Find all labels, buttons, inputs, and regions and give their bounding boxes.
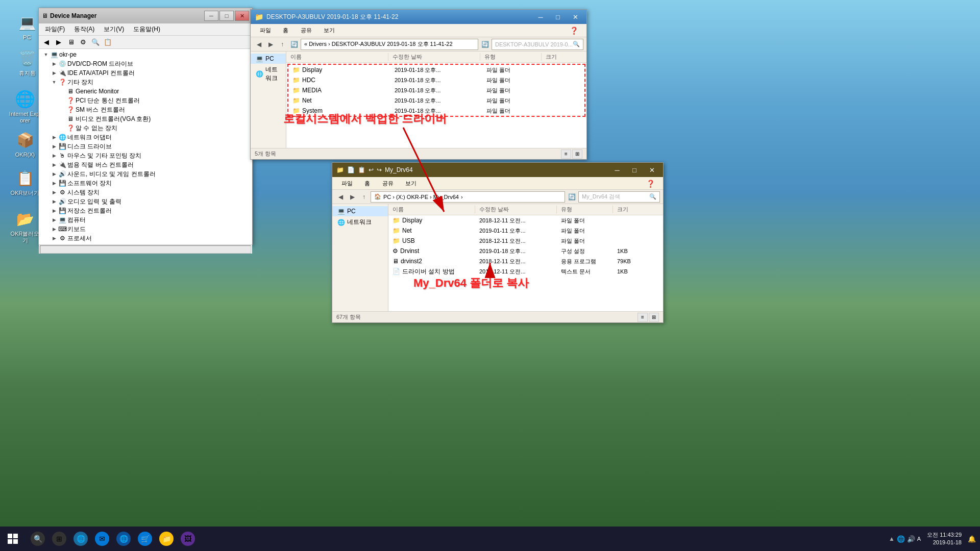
expand-other[interactable]: ▼: [50, 78, 58, 86]
tree-item-computer[interactable]: ▶ 💻 컴퓨터: [40, 215, 251, 224]
tree-item-usb-ctrl[interactable]: ▶ 🔌 범용 직렬 버스 컨트롤러: [40, 160, 251, 169]
nav-up-bottom[interactable]: ↑: [359, 192, 369, 202]
file-row-media-top[interactable]: 📁MEDIA 2019-01-18 오후... 파일 폴더: [288, 85, 584, 95]
tree-item-keyboard[interactable]: ▶ ⌨ 키보드: [40, 224, 251, 234]
explorer-bottom-minimize[interactable]: ─: [610, 164, 624, 176]
toolbar-btn1[interactable]: 🖥: [65, 37, 77, 47]
menu-file[interactable]: 파일(F): [41, 24, 69, 35]
expand-dvd[interactable]: ▶: [50, 60, 58, 68]
file-row-net-top[interactable]: 📁Net 2019-01-18 오후... 파일 폴더: [288, 95, 584, 106]
expand-audio-io[interactable]: ▶: [50, 197, 58, 206]
menu-action[interactable]: 동작(A): [70, 24, 99, 35]
tab-share-bottom[interactable]: 공유: [377, 178, 399, 189]
search-box-top[interactable]: DESKTOP-A3UBULV 2019-0... 🔍: [492, 39, 583, 50]
file-row-drvinst2-bottom[interactable]: 🖥drvinst2 2018-12-11 오전... 응용 프로그램 79KB: [388, 256, 663, 266]
taskbar-ie[interactable]: 🌐: [70, 528, 91, 550]
navpane-pc-top[interactable]: 💻 PC: [251, 54, 286, 64]
nav-forward-top[interactable]: ▶: [265, 39, 276, 49]
toolbar-forward[interactable]: ▶: [53, 37, 64, 47]
tab-file-bottom[interactable]: 파일: [336, 178, 358, 189]
toolbar-back[interactable]: ◀: [41, 37, 52, 47]
navpane-network-top[interactable]: 🌐 네트워크: [251, 64, 286, 84]
toolbar-btn4[interactable]: 📋: [102, 37, 113, 47]
view-detail-top[interactable]: ⊞: [572, 149, 582, 159]
taskbar-folder[interactable]: 📁: [156, 528, 177, 550]
tree-item-hid[interactable]: ▶ 🎮 휴먼 인터페이스 장치: [40, 243, 251, 244]
desktop-icon-okrl[interactable]: 📋 OKR보너기: [7, 166, 43, 198]
tab-home[interactable]: 홈: [278, 25, 293, 37]
nav-refresh-bottom[interactable]: 🔄: [567, 192, 577, 202]
nav-back-bottom[interactable]: ◀: [335, 192, 346, 202]
expand-system[interactable]: ▶: [50, 188, 58, 196]
view-list-bottom[interactable]: ≡: [638, 313, 648, 322]
taskbar-photos[interactable]: 🖼: [178, 528, 198, 550]
expand-hid[interactable]: ▶: [50, 243, 58, 244]
tree-item-processor[interactable]: ▶ ⚙ 프로세서: [40, 234, 251, 243]
close-button[interactable]: ✕: [235, 11, 249, 21]
nav-forward-bottom[interactable]: ▶: [347, 192, 357, 202]
device-manager-titlebar[interactable]: 🖥 Device Manager ─ □ ✕: [39, 8, 252, 23]
navpane-pc-bottom[interactable]: 💻 PC: [332, 206, 388, 216]
tab-share[interactable]: 공유: [296, 25, 317, 36]
menu-view[interactable]: 보기(V): [100, 24, 128, 35]
tree-item-network-adapter[interactable]: ▶ 🌐 네트워크 어댑터: [40, 133, 251, 142]
view-list-top[interactable]: ≡: [561, 149, 571, 159]
expand-processor[interactable]: ▶: [50, 234, 58, 242]
file-row-drvinst-bottom[interactable]: ⚙Drvinst 2019-01-18 오후... 구성 설정 1KB: [388, 246, 663, 256]
desktop-icon-okrb[interactable]: 📂 OKR볼러오기: [7, 207, 43, 246]
explorer-bottom-maximize[interactable]: □: [627, 164, 642, 176]
explorer-top-close[interactable]: ✕: [568, 11, 582, 22]
tree-item-dvd[interactable]: ▶ 💿 DVD/CD-ROM 드라이브: [40, 59, 251, 68]
expand-usb-ctrl[interactable]: ▶: [50, 161, 58, 169]
expand-network-adapter[interactable]: ▶: [50, 133, 58, 141]
file-row-usb-bottom[interactable]: 📁USB 2018-12-11 오전... 파일 폴더: [388, 236, 663, 246]
tab-view[interactable]: 보기: [318, 25, 340, 36]
taskbar-search[interactable]: 🔍: [28, 528, 48, 550]
help-icon[interactable]: ❓: [566, 25, 582, 36]
desktop-icon-okr[interactable]: 📦 OKR(X): [7, 128, 43, 160]
menu-help[interactable]: 도움말(H): [129, 24, 164, 35]
explorer-top-maximize[interactable]: □: [551, 11, 565, 22]
tree-item-storage[interactable]: ▶ 💾 저장소 컨트롤러: [40, 206, 251, 215]
tree-item-mouse[interactable]: ▶ 🖱 마우스 및 기타 포인팅 장치: [40, 151, 251, 160]
nav-up-top[interactable]: ↑: [277, 39, 287, 49]
taskbar-store[interactable]: 🛒: [135, 528, 155, 550]
tree-item-unknown[interactable]: ❓ 알 수 없는 장치: [40, 123, 251, 133]
tree-item-vga[interactable]: 🖥 비디오 컨트롤러(VGA 호환): [40, 114, 251, 123]
explorer-top-minimize[interactable]: ─: [533, 11, 548, 22]
toolbar-btn3[interactable]: 🔍: [90, 37, 101, 47]
tree-item-other[interactable]: ▼ ❓ 기타 장치: [40, 78, 251, 87]
help-icon-bottom[interactable]: ❓: [642, 178, 659, 189]
toolbar-btn2[interactable]: ⚙: [78, 37, 89, 47]
device-tree[interactable]: ▼ 💻 okr-pe ▶ 💿 DVD/CD-ROM 드라이브 ▶ 🔌 IDE A…: [39, 49, 252, 244]
tree-item-ide[interactable]: ▶ 🔌 IDE ATA/ATAPI 컨트롤러: [40, 68, 251, 78]
address-path-bottom[interactable]: 🏠 PC › (X:) OKR-PE › My_Drv64 ›: [371, 191, 565, 203]
taskbar-clock[interactable]: 오전 11:43:29 2019-01-18: [923, 531, 966, 547]
expand-root[interactable]: ▼: [42, 51, 50, 59]
minimize-button[interactable]: ─: [204, 11, 218, 21]
tree-item-sm[interactable]: ❓ SM 버스 컨트롤러: [40, 105, 251, 114]
tab-file[interactable]: 파일: [255, 25, 276, 36]
expand-storage[interactable]: ▶: [50, 207, 58, 215]
file-row-guide-bottom[interactable]: 📄드라이버 설치 방법 2018-12-11 오전... 텍스트 문서 1KB: [388, 266, 663, 277]
tree-item-software[interactable]: ▶ 💾 소프트웨어 장치: [40, 179, 251, 188]
expand-computer[interactable]: ▶: [50, 216, 58, 224]
tree-item-pci[interactable]: ❓ PCI 단순 통신 컨트롤러: [40, 96, 251, 105]
search-box-bottom[interactable]: My_Drv64 검색 🔍: [578, 191, 660, 203]
tree-item-system[interactable]: ▶ ⚙ 시스템 장치: [40, 188, 251, 197]
file-row-display-bottom[interactable]: 📁Display 2018-12-11 오전... 파일 폴더: [388, 215, 663, 226]
explorer-top-titlebar[interactable]: 📁 DESKTOP-A3UBULV 2019-01-18 오후 11-41-22…: [251, 10, 586, 24]
expand-disk[interactable]: ▶: [50, 142, 58, 151]
expand-keyboard[interactable]: ▶: [50, 225, 58, 233]
tree-item-audio-io[interactable]: ▶ 🔊 오디오 입력 및 출력: [40, 197, 251, 206]
tree-item-root[interactable]: ▼ 💻 okr-pe: [40, 50, 251, 59]
file-row-display-top[interactable]: 📁Display 2019-01-18 오후... 파일 폴더: [288, 65, 584, 75]
nav-refresh2-top[interactable]: 🔄: [480, 39, 490, 49]
taskbar-mail[interactable]: ✉: [92, 528, 112, 550]
expand-mouse[interactable]: ▶: [50, 152, 58, 160]
nav-back-top[interactable]: ◀: [254, 39, 264, 49]
view-detail-bottom[interactable]: ⊞: [649, 313, 659, 322]
file-row-net-bottom[interactable]: 📁Net 2019-01-11 오후... 파일 폴더: [388, 226, 663, 236]
expand-software[interactable]: ▶: [50, 179, 58, 187]
tree-item-sound[interactable]: ▶ 🔊 사운드, 비디오 및 게임 컨트롤러: [40, 169, 251, 179]
